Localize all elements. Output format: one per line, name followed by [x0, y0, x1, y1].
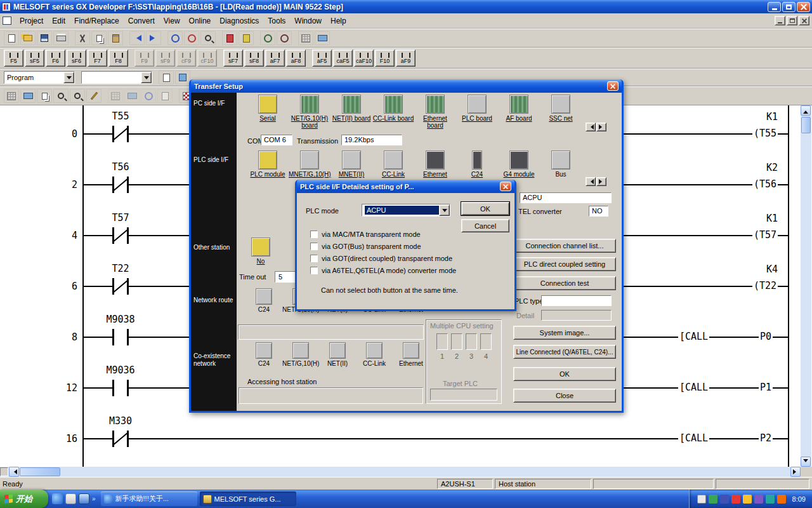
menu-diagnostics[interactable]: Diagnostics [215, 15, 263, 27]
call-instruction[interactable]: [CALL [678, 382, 709, 393]
messenger-icon[interactable] [709, 495, 717, 504]
fkey-af7[interactable]: aF7 [265, 50, 285, 67]
fkey-f9[interactable]: F9 [134, 50, 154, 67]
pane-splitter[interactable] [0, 467, 8, 476]
edit-pencil-icon[interactable] [86, 89, 102, 103]
vertical-scroll-thumb[interactable] [801, 117, 811, 133]
save-icon[interactable] [37, 31, 52, 45]
replace-icon[interactable] [184, 31, 199, 45]
menu-online[interactable]: Online [185, 15, 216, 27]
fkey-f7[interactable]: F7 [88, 50, 107, 67]
comment-edit-icon[interactable] [159, 70, 174, 84]
fkey-sf6[interactable]: sF6 [67, 50, 86, 67]
cpu-slot-3[interactable] [466, 333, 477, 350]
fkey-sf8[interactable]: sF8 [244, 50, 264, 67]
output-coil[interactable]: (T55 [752, 128, 778, 139]
transfer-ok-button[interactable]: OK [513, 367, 616, 381]
no-contact[interactable] [112, 329, 129, 345]
scroll-left-button[interactable] [9, 467, 19, 477]
minimize-button[interactable] [768, 2, 781, 12]
line-connected-button[interactable]: Line Connected (Q/A6TEL, C24)... [513, 345, 616, 359]
menu-help[interactable]: Help [326, 15, 351, 27]
ime-icon[interactable] [697, 495, 706, 504]
menu-edit[interactable]: Edit [48, 15, 70, 27]
cut-icon[interactable] [75, 31, 90, 45]
pc-if-ssc-net[interactable]: SSC net [540, 95, 582, 122]
plc-if-ethernet[interactable]: Ethernet [414, 150, 456, 178]
pc-row-scroll-left-icon[interactable] [586, 123, 596, 131]
clock[interactable]: 8:09 [792, 495, 806, 503]
paste-icon[interactable] [108, 31, 123, 45]
pc-if-ethernet-board[interactable]: Ethernet board [414, 95, 456, 129]
mdi-child-icon[interactable] [3, 17, 11, 25]
horizontal-scroll-thumb[interactable] [20, 467, 60, 476]
maximize-button[interactable] [782, 2, 796, 12]
fkey-cf10[interactable]: cF10 [197, 50, 217, 67]
scroll-down-button[interactable] [801, 457, 811, 467]
connection-test-button[interactable]: Connection test [513, 276, 616, 290]
plc-if-bus[interactable]: Bus [540, 150, 582, 178]
mdi-restore-button[interactable] [787, 16, 797, 25]
output-coil[interactable]: (T22 [752, 280, 778, 291]
mac-mta-checkbox[interactable] [310, 231, 318, 238]
a6tel-checkbox[interactable] [310, 267, 318, 274]
plc-if-c24[interactable]: C24 [456, 150, 498, 178]
nc-contact[interactable] [112, 227, 129, 244]
plc-if-g4-module[interactable]: G4 module [498, 150, 540, 178]
update-icon[interactable] [743, 495, 752, 504]
coex-ethernet[interactable]: Ethernet [393, 342, 429, 367]
network-icon[interactable] [315, 31, 330, 45]
plc-dialog-titlebar[interactable]: PLC side I/F Detailed setting of P... [297, 180, 514, 193]
pc-if-netg-board[interactable]: NET/G,10(H) board [289, 95, 331, 129]
transfer-close-button[interactable]: Close [513, 389, 616, 403]
nc-contact[interactable] [112, 177, 129, 193]
label-icon[interactable] [20, 89, 36, 103]
coex-cclink[interactable]: CC-Link [356, 342, 393, 367]
cpu-slot-4[interactable] [480, 333, 492, 350]
menu-tools[interactable]: Tools [263, 15, 290, 27]
got-bus-checkbox[interactable] [310, 243, 318, 250]
redo-icon[interactable] [146, 31, 161, 45]
plc-dialog-ok-button[interactable]: OK [461, 202, 509, 215]
test-icon[interactable] [157, 89, 173, 103]
monitor-start-icon[interactable] [260, 31, 275, 45]
comment-icon[interactable] [37, 89, 52, 103]
close-button[interactable] [797, 2, 810, 12]
trace-icon[interactable] [108, 89, 123, 103]
browser-icon[interactable] [52, 493, 63, 504]
task-button-melsoft[interactable]: MELSOFT series G... [200, 491, 296, 506]
pc-if-cclink-board[interactable]: CC-Link board [372, 95, 414, 122]
netroute-c24[interactable]: C24 [246, 288, 282, 313]
call-instruction[interactable]: [CALL [678, 432, 709, 444]
monitor-icon[interactable] [141, 89, 156, 103]
plc-dialog-cancel-button[interactable]: Cancel [461, 219, 509, 232]
plc-row-scroll-left-icon[interactable] [586, 177, 596, 186]
fkey-af9[interactable]: aF9 [396, 50, 416, 67]
show-desktop-icon[interactable] [79, 493, 89, 504]
plc-if-module[interactable]: PLC module [247, 150, 289, 178]
menu-window[interactable]: Window [290, 15, 326, 27]
fkey-sf7[interactable]: sF7 [223, 50, 243, 67]
document-icon[interactable] [65, 493, 76, 504]
transfer-setup-titlebar[interactable]: Transfer Setup [191, 79, 622, 93]
menu-convert[interactable]: Convert [124, 15, 159, 27]
zoom-icon[interactable] [200, 31, 216, 45]
ladder-grid-icon[interactable] [298, 31, 313, 45]
security-icon[interactable] [777, 495, 786, 504]
program-select[interactable]: Program [4, 71, 75, 84]
read-mode-icon[interactable] [239, 31, 254, 45]
chat-icon[interactable] [754, 495, 763, 504]
write-mode-icon[interactable] [222, 31, 237, 45]
print-icon[interactable] [53, 31, 69, 45]
cpu-slot-2[interactable] [451, 333, 462, 350]
fkey-f8[interactable]: F8 [108, 50, 128, 67]
pc-if-plc-board[interactable]: PLC board [456, 95, 498, 122]
quick-launch-chevron-icon[interactable]: » [92, 495, 96, 502]
antivirus-icon[interactable] [731, 495, 740, 504]
find-icon[interactable] [167, 31, 183, 45]
menu-view[interactable]: View [159, 15, 185, 27]
cross-reference-icon[interactable] [53, 89, 69, 103]
plc-if-mnetg[interactable]: MNET/G,10(H) [289, 150, 331, 178]
program-select-arrow[interactable] [63, 72, 74, 83]
task-button-forum[interactable]: 新手求助!!!关于... [101, 491, 197, 506]
